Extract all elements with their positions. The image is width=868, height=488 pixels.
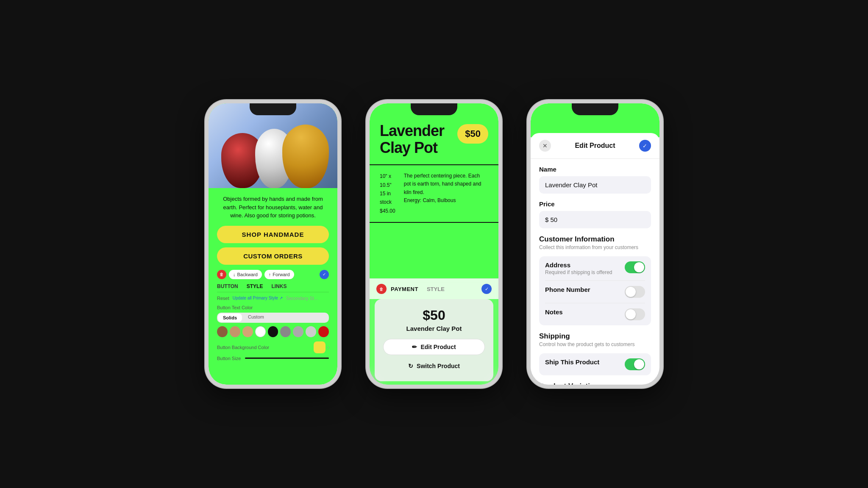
text-color-swatches: [217, 326, 329, 337]
ship-label: Ship This Product: [545, 358, 599, 366]
forward-button[interactable]: ↑ Forward: [264, 270, 294, 279]
swatch-red[interactable]: [318, 326, 329, 337]
payment-bar: 🗑 PAYMENT STYLE ✓: [370, 278, 498, 299]
ship-product-row: Ship This Product: [545, 353, 645, 375]
notes-toggle-row: Notes: [545, 303, 645, 325]
payment-style-label: STYLE: [427, 286, 445, 292]
switch-product-button[interactable]: ↻ Switch Product: [383, 359, 485, 373]
edit-product-modal: ✕ Edit Product ✓ Name Lavender Clay Pot …: [531, 133, 659, 385]
product-left-details: 10" x 10.5" 15 in stock $45.00: [380, 172, 395, 215]
swatch-gray2[interactable]: [293, 326, 303, 337]
tab-button[interactable]: BUTTON: [217, 283, 238, 289]
backward-arrow-icon: ↓: [233, 272, 236, 277]
swatch-tab-group: Solids Custom: [217, 313, 329, 323]
custom-tab[interactable]: Custom: [243, 313, 269, 323]
product-dimensions: 10" x 10.5": [380, 172, 395, 189]
product-title: Lavender Clay Pot: [380, 122, 444, 156]
reset-label[interactable]: Reset: [217, 296, 229, 301]
shop-handmade-button[interactable]: SHOP HANDMADE: [217, 226, 329, 243]
spacer: [370, 223, 498, 278]
card-price: $50: [383, 308, 485, 323]
editor-toolbar: 🗑 ↓ Backward ↑ Forward ✓: [217, 270, 329, 279]
payment-trash-icon[interactable]: 🗑: [376, 284, 387, 294]
swatch-gray1[interactable]: [280, 326, 291, 337]
customer-info-sub: Collect this information from your custo…: [539, 244, 651, 250]
size-label: Button Size: [217, 356, 241, 361]
editor-tabs: BUTTON STYLE LINKS: [217, 283, 329, 289]
swatch-black[interactable]: [268, 326, 278, 337]
variations-heading: Product Variations: [539, 382, 651, 385]
phone-notch-1: [250, 103, 296, 115]
phone1-image: [209, 103, 337, 188]
address-toggle-row: Address Required if shipping is offered: [545, 256, 645, 281]
phone1-content: Objects formed by hands and made from ea…: [209, 188, 337, 385]
bg-color-label: Button Background Color: [217, 345, 269, 350]
pot-right: [282, 125, 329, 188]
customer-info-heading: Customer Information: [539, 235, 651, 244]
phone2-screen: Lavender Clay Pot $50 10" x 10.5" 15 in …: [370, 103, 498, 385]
backward-button[interactable]: ↓ Backward: [229, 270, 262, 279]
product-stock: 15 in stock: [380, 189, 395, 207]
bg-color-swatch[interactable]: [314, 341, 326, 353]
update-primary-label[interactable]: Update all Primary Style ↗: [233, 296, 283, 300]
tab-style[interactable]: STYLE: [247, 283, 263, 289]
name-field-input[interactable]: Lavender Clay Pot: [539, 176, 651, 194]
phone-1: Objects formed by hands and made from ea…: [205, 100, 341, 388]
swatch-brown3[interactable]: [242, 326, 253, 337]
address-toggle[interactable]: [625, 261, 645, 273]
size-row: Button Size: [217, 356, 329, 361]
forward-arrow-icon: ↑: [269, 272, 271, 277]
product-description: The perfect centering piece. Each pot is…: [404, 172, 488, 197]
check-icon-3: ✓: [643, 143, 647, 149]
product-right-details: The perfect centering piece. Each pot is…: [404, 172, 488, 215]
modal-confirm-button[interactable]: ✓: [639, 140, 651, 152]
edit-product-button[interactable]: ✏ Edit Product: [383, 339, 485, 355]
notes-label: Notes: [545, 308, 563, 316]
payment-area: 🗑 PAYMENT STYLE ✓ $50 Lavender Clay Pot …: [370, 278, 498, 385]
modal-body: Name Lavender Clay Pot Price $ 50 Custom…: [531, 159, 659, 385]
toolbar-confirm-icon[interactable]: ✓: [320, 270, 329, 279]
phone-toggle[interactable]: [625, 286, 645, 298]
check-icon: ✓: [323, 272, 326, 277]
modal-title: Edit Product: [575, 142, 615, 150]
title-price-row: Lavender Clay Pot $50: [380, 122, 488, 156]
address-label: Address: [545, 261, 612, 269]
swatch-white[interactable]: [255, 326, 266, 337]
swatch-gray3[interactable]: [306, 326, 316, 337]
custom-orders-button[interactable]: CUSTOM ORDERS: [217, 247, 329, 265]
ship-toggle[interactable]: [625, 358, 645, 370]
size-slider[interactable]: [245, 358, 329, 359]
shipping-sub: Control how the product gets to customer…: [539, 341, 651, 347]
payment-label: PAYMENT: [391, 286, 418, 292]
price-pill: $50: [457, 124, 488, 144]
address-sub: Required if shipping is offered: [545, 269, 612, 275]
payment-confirm-button[interactable]: ✓: [481, 284, 492, 294]
shipping-heading: Shipping: [539, 332, 651, 341]
product-original-price: $45.00: [380, 207, 395, 215]
name-field-label: Name: [539, 166, 651, 173]
toolbar-trash-icon[interactable]: 🗑: [217, 270, 226, 279]
modal-close-button[interactable]: ✕: [539, 140, 551, 152]
phone-toggle-row: Phone Number: [545, 281, 645, 303]
trash-icon-2: 🗑: [379, 287, 384, 291]
notes-toggle[interactable]: [625, 308, 645, 320]
check-icon-2: ✓: [485, 286, 489, 292]
price-field-input[interactable]: $ 50: [539, 211, 651, 228]
phone-2: Lavender Clay Pot $50 10" x 10.5" 15 in …: [366, 100, 502, 388]
card-name: Lavender Clay Pot: [383, 325, 485, 332]
tab-divider: [217, 292, 329, 292]
bg-color-chevron[interactable]: ›: [327, 344, 329, 350]
phone-label: Phone Number: [545, 286, 590, 293]
modal-header: ✕ Edit Product ✓: [531, 133, 659, 159]
address-info: Address Required if shipping is offered: [545, 261, 612, 275]
tab-links[interactable]: LINKS: [271, 283, 287, 289]
switch-icon: ↻: [408, 363, 413, 369]
swatch-brown1[interactable]: [217, 326, 228, 337]
phone-3: ✕ Edit Product ✓ Name Lavender Clay Pot …: [527, 100, 663, 388]
pencil-icon: ✏: [412, 344, 417, 350]
solids-tab[interactable]: Solids: [218, 313, 242, 322]
phone3-screen: ✕ Edit Product ✓ Name Lavender Clay Pot …: [531, 103, 659, 385]
swatch-brown2[interactable]: [230, 326, 240, 337]
phone-notch-2: [411, 103, 457, 115]
trash-icon: 🗑: [220, 272, 224, 277]
